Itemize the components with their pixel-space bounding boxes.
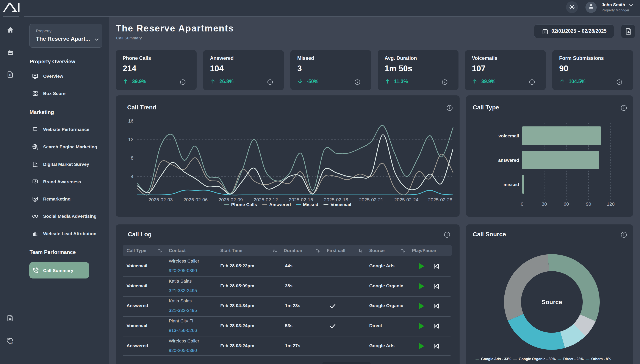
svg-text:2025-02-24: 2025-02-24 <box>394 197 419 202</box>
svg-text:2025-02-15: 2025-02-15 <box>289 197 313 202</box>
svg-text:0: 0 <box>521 202 523 207</box>
svg-text:2025-02-21: 2025-02-21 <box>359 197 384 202</box>
svg-text:60: 60 <box>564 202 569 207</box>
svg-text:2025-02-09: 2025-02-09 <box>219 197 243 202</box>
svg-text:4: 4 <box>131 174 133 179</box>
svg-text:90: 90 <box>586 202 591 207</box>
svg-text:voicemail: voicemail <box>498 133 519 138</box>
svg-text:2025-02-28: 2025-02-28 <box>428 197 452 202</box>
svg-text:2025-02-12: 2025-02-12 <box>254 197 278 202</box>
svg-text:120: 120 <box>607 202 615 207</box>
svg-text:8: 8 <box>131 155 133 161</box>
svg-text:2025-02-03: 2025-02-03 <box>149 197 173 202</box>
svg-text:16: 16 <box>128 118 133 124</box>
svg-text:answered: answered <box>498 158 519 162</box>
svg-text:12: 12 <box>128 137 133 142</box>
svg-text:2025-02-18: 2025-02-18 <box>324 197 348 202</box>
svg-text:2025-02-06: 2025-02-06 <box>183 197 208 202</box>
svg-text:$: $ <box>9 73 11 77</box>
svg-text:Source: Source <box>542 299 562 306</box>
svg-text:30: 30 <box>542 202 547 207</box>
svg-text:24: 24 <box>10 341 13 344</box>
svg-text:missed: missed <box>504 182 519 187</box>
